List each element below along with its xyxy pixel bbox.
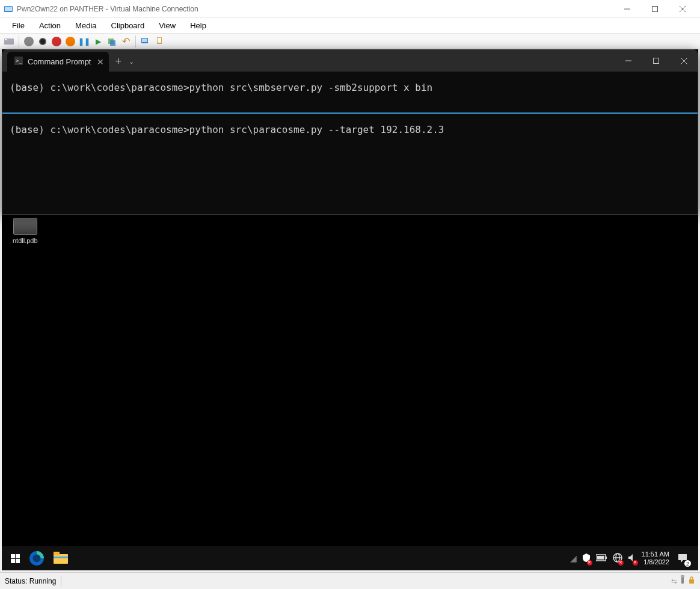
menu-help[interactable]: Help — [184, 20, 212, 31]
tray-hidden-icons[interactable]: ◢ — [570, 554, 577, 563]
file-label: ntdll.pdb — [13, 237, 38, 244]
start-button[interactable] — [5, 549, 25, 568]
revert-icon[interactable]: ↶ — [120, 36, 131, 47]
taskbar-edge-icon[interactable] — [26, 547, 48, 569]
terminal-tab-bar: >_ Command Prompt ✕ + ⌄ — [2, 50, 698, 72]
svg-rect-13 — [158, 38, 161, 43]
pause-icon[interactable]: ❚❚ — [79, 36, 90, 47]
svg-rect-27 — [597, 556, 604, 560]
vmc-app-icon — [4, 4, 13, 14]
menu-media[interactable]: Media — [69, 20, 102, 31]
tray-battery-icon[interactable] — [596, 554, 608, 563]
svg-rect-17 — [654, 58, 659, 64]
vmc-status-bar: Status: Running ⇋ — [0, 572, 700, 589]
tray-clock[interactable]: 11:51 AM 1/8/2022 — [642, 550, 669, 566]
terminal-pane-divider[interactable] — [2, 113, 698, 114]
svg-rect-7 — [5, 39, 7, 40]
vm-guest-display[interactable]: ntdll.pdb >_ Command Prompt ✕ + ⌄ (base)… — [2, 49, 698, 570]
terminal-pane-top: (base) c:\work\codes\paracosme>python sr… — [10, 80, 690, 96]
terminal-close-button[interactable] — [670, 50, 698, 72]
close-button[interactable] — [669, 0, 696, 18]
vmc-title-bar: Pwn2Own22 on PANTHER - Virtual Machine C… — [0, 0, 700, 18]
svg-rect-9 — [110, 40, 115, 46]
notification-count-badge: 2 — [684, 560, 691, 567]
toolbar-separator — [19, 35, 19, 48]
vmc-title-text: Pwn2Own22 on PANTHER - Virtual Machine C… — [17, 5, 613, 13]
status-usb-icon — [680, 575, 686, 587]
minimize-button[interactable] — [613, 0, 641, 18]
terminal-tab-cmd[interactable]: >_ Command Prompt ✕ — [7, 52, 109, 72]
menu-clipboard[interactable]: Clipboard — [105, 20, 151, 31]
menu-view[interactable]: View — [153, 20, 182, 31]
terminal-minimize-button[interactable] — [615, 50, 642, 72]
svg-rect-33 — [689, 579, 694, 584]
tab-close-icon[interactable]: ✕ — [97, 57, 104, 67]
tray-volume-icon[interactable] — [627, 553, 637, 564]
cmd-icon: >_ — [14, 57, 23, 67]
terminal-tab-title: Command Prompt — [28, 57, 91, 66]
turn-off-icon[interactable] — [37, 36, 48, 47]
svg-rect-23 — [54, 552, 60, 555]
terminal-maximize-button[interactable] — [642, 50, 670, 72]
tray-time-text: 11:51 AM — [642, 550, 669, 558]
tray-notifications-icon[interactable]: 2 — [674, 550, 691, 567]
new-tab-button[interactable]: + — [115, 55, 121, 68]
svg-rect-1 — [5, 7, 12, 11]
status-lock-icon — [688, 576, 695, 586]
enhanced-session-icon[interactable] — [140, 36, 151, 47]
shut-down-icon[interactable] — [51, 36, 62, 47]
save-icon[interactable] — [65, 36, 76, 47]
terminal-body[interactable]: (base) c:\work\codes\paracosme>python sr… — [2, 72, 698, 146]
svg-rect-11 — [142, 39, 147, 42]
status-nic-icon: ⇋ — [671, 577, 677, 585]
vmc-menu-bar: File Action Media Clipboard View Help — [0, 18, 700, 34]
terminal-window-controls — [615, 50, 698, 72]
svg-rect-32 — [681, 575, 684, 578]
reset-icon[interactable]: ▶ — [93, 36, 103, 47]
maximize-button[interactable] — [641, 0, 669, 18]
system-tray: ◢ 11:51 AM 1/8/2022 2 — [570, 550, 695, 567]
desktop-file-ntdll[interactable]: ntdll.pdb — [13, 218, 38, 244]
svg-text:>_: >_ — [16, 58, 22, 64]
start-button-icon[interactable] — [23, 36, 34, 47]
windows-logo-icon — [11, 554, 20, 563]
terminal-tab-actions: + ⌄ — [115, 52, 134, 72]
svg-point-21 — [33, 555, 41, 563]
tray-network-icon[interactable] — [613, 553, 622, 564]
svg-rect-26 — [606, 557, 607, 559]
vmc-window-controls — [613, 0, 696, 18]
toolbar-separator — [135, 35, 136, 48]
taskbar-explorer-icon[interactable] — [50, 547, 72, 569]
vmc-toolbar: ❚❚ ▶ ↶ — [0, 34, 700, 49]
checkpoint-icon[interactable] — [106, 36, 117, 47]
status-right-icons: ⇋ — [671, 575, 695, 587]
svg-rect-22 — [54, 554, 68, 564]
svg-rect-24 — [54, 557, 68, 558]
windows-terminal-window[interactable]: >_ Command Prompt ✕ + ⌄ (base) c:\work\c… — [2, 49, 698, 215]
tray-security-icon[interactable] — [582, 553, 591, 564]
guest-taskbar: ◢ 11:51 AM 1/8/2022 2 — [2, 546, 698, 570]
status-separator — [61, 576, 61, 587]
menu-action[interactable]: Action — [33, 20, 67, 31]
share-icon[interactable] — [154, 36, 165, 47]
file-icon — [13, 218, 37, 235]
ctrl-alt-del-icon[interactable] — [4, 36, 14, 47]
svg-rect-3 — [652, 6, 658, 11]
terminal-pane-bottom: (base) c:\work\codes\paracosme>python sr… — [10, 122, 690, 138]
status-text: Status: Running — [5, 577, 56, 585]
tab-dropdown-icon[interactable]: ⌄ — [129, 58, 134, 66]
menu-file[interactable]: File — [6, 20, 31, 31]
tray-date-text: 1/8/2022 — [642, 558, 669, 566]
